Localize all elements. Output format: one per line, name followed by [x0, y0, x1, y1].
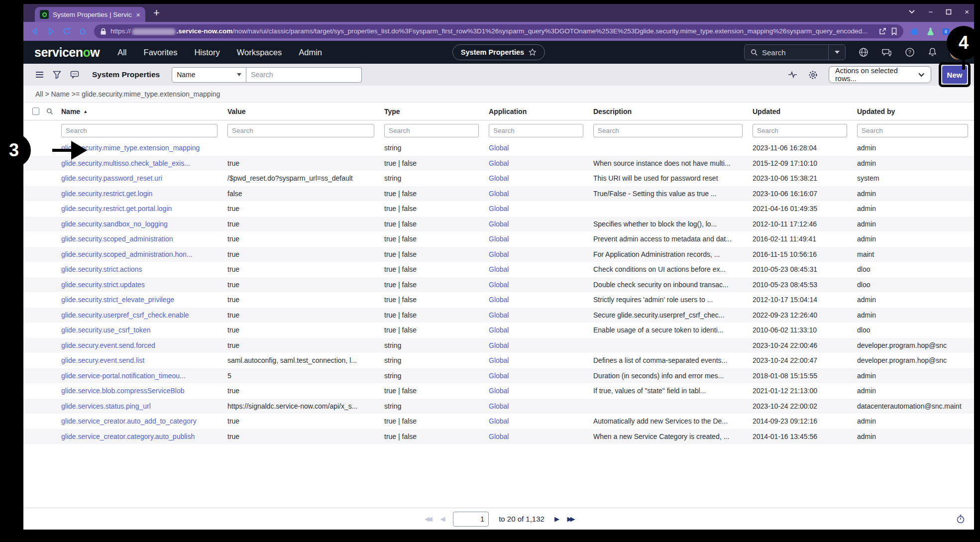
last-page-icon[interactable]: ▶▶	[567, 515, 573, 523]
next-page-icon[interactable]: ▶	[554, 515, 557, 523]
table-row[interactable]: glide.security.userpref_csrf_check.enabl…	[23, 308, 974, 323]
nav-item-favorites[interactable]: Favorites	[144, 48, 178, 57]
table-row[interactable]: glide.security.multisso.check_table_exis…	[23, 156, 974, 171]
application-link[interactable]: Global	[489, 159, 509, 167]
window-menu-chevron-icon[interactable]	[908, 9, 915, 14]
select-all-checkbox[interactable]	[32, 108, 39, 115]
property-name-link[interactable]: glide.security.userpref_csrf_check.enabl…	[61, 311, 189, 319]
filter-input-name[interactable]	[61, 124, 218, 137]
breadcrumb[interactable]: All > Name >= glide.security.mime_type.e…	[23, 86, 974, 103]
globe-icon[interactable]	[859, 47, 869, 57]
first-page-icon[interactable]: ◀◀	[425, 515, 431, 523]
chat-icon[interactable]	[881, 48, 892, 57]
list-menu-icon[interactable]	[35, 71, 44, 78]
list-search-input[interactable]	[246, 67, 362, 83]
table-row[interactable]: glide.services.status.ping_url https://s…	[23, 399, 974, 414]
column-search-icon[interactable]	[46, 108, 53, 115]
home-icon[interactable]	[78, 27, 87, 36]
column-header-updated[interactable]: Updated	[749, 108, 853, 115]
filter-input-updated-by[interactable]	[857, 124, 968, 137]
nav-item-history[interactable]: History	[194, 48, 219, 57]
application-link[interactable]: Global	[489, 402, 509, 410]
application-link[interactable]: Global	[489, 311, 509, 319]
table-row[interactable]: glide.service-portal.notification_timeou…	[23, 368, 974, 384]
property-name-link[interactable]: glide.security.scoped_administration.hon…	[61, 250, 193, 258]
column-header-name[interactable]: Name▲	[57, 108, 223, 115]
application-link[interactable]: Global	[489, 356, 509, 364]
table-row[interactable]: glide.security.strict_elevate_privilege …	[23, 292, 974, 308]
table-row[interactable]: glide.secury.event.send.list saml.autoco…	[23, 353, 974, 368]
bookmark-icon[interactable]	[891, 27, 897, 35]
table-row[interactable]: glide.service_creator.category.auto_publ…	[23, 429, 974, 444]
nav-item-admin[interactable]: Admin	[299, 48, 322, 57]
application-link[interactable]: Global	[489, 190, 509, 198]
window-minimize-icon[interactable]: −	[928, 8, 933, 15]
actions-dropdown[interactable]: Actions on selected rows...	[829, 66, 931, 83]
application-link[interactable]: Global	[489, 326, 509, 334]
window-maximize-icon[interactable]	[946, 9, 952, 15]
nav-item-workspaces[interactable]: Workspaces	[237, 48, 282, 57]
application-link[interactable]: Global	[489, 174, 509, 182]
table-row[interactable]: glide.security.use_csrf_token true true …	[23, 323, 974, 338]
bell-icon[interactable]	[928, 47, 937, 57]
previous-page-icon[interactable]: ◀	[440, 515, 443, 523]
property-name-link[interactable]: glide.security.strict.actions	[61, 265, 142, 273]
favorite-star-icon[interactable]	[529, 48, 537, 56]
window-close-icon[interactable]: ×	[965, 8, 969, 15]
new-tab-button[interactable]: +	[153, 7, 160, 18]
column-header-type[interactable]: Type	[380, 108, 485, 115]
forward-icon[interactable]	[46, 27, 55, 36]
property-name-link[interactable]: glide.secury.event.send.list	[61, 356, 144, 364]
table-row[interactable]: glide.security.strict.updates true true …	[23, 277, 974, 293]
application-link[interactable]: Global	[489, 341, 509, 349]
property-name-link[interactable]: glide.security.scoped_administration	[61, 235, 173, 243]
table-row[interactable]: glide.security.scoped_administration tru…	[23, 231, 974, 247]
property-name-link[interactable]: glide.services.status.ping_url	[61, 402, 151, 410]
table-row[interactable]: glide.security.sandbox_no_logging true t…	[23, 217, 974, 232]
column-header-updated-by[interactable]: Updated by	[853, 108, 974, 115]
property-name-link[interactable]: glide.service.blob.compressServiceBlob	[61, 387, 184, 395]
property-name-link[interactable]: glide.security.multisso.check_table_exis…	[61, 159, 190, 167]
filter-input-type[interactable]	[384, 124, 479, 137]
browser-tab[interactable]: System Properties | ServiceNow ×	[35, 7, 145, 22]
page-row-input[interactable]	[453, 512, 489, 527]
filter-input-description[interactable]	[593, 124, 743, 137]
search-scope-dropdown[interactable]	[828, 45, 845, 60]
nav-item-all[interactable]: All	[117, 48, 126, 57]
application-link[interactable]: Global	[489, 296, 509, 304]
application-link[interactable]: Global	[489, 372, 509, 380]
column-header-application[interactable]: Application	[485, 108, 589, 115]
filter-input-value[interactable]	[227, 124, 374, 137]
table-row[interactable]: glide.secury.event.send.forced true stri…	[23, 338, 974, 353]
application-link[interactable]: Global	[489, 433, 509, 440]
address-bar[interactable]: https://.service-now.com/now/nav/ui/clas…	[94, 24, 903, 38]
column-header-value[interactable]: Value	[223, 108, 380, 115]
response-time-icon[interactable]	[956, 514, 965, 524]
table-row[interactable]: glide.security.mime_type.extension_mappi…	[23, 140, 974, 156]
table-row[interactable]: glide.security.restrict.get.portal.login…	[23, 201, 974, 217]
property-name-link[interactable]: glide.security.password_reset.uri	[61, 174, 162, 182]
table-row[interactable]: glide.service_creator.auto_add_to_catego…	[23, 414, 974, 429]
property-name-link[interactable]: glide.service-portal.notification_timeou…	[61, 372, 186, 380]
tab-close-icon[interactable]: ×	[136, 11, 140, 18]
property-name-link[interactable]: glide.service_creator.auto_add_to_catego…	[61, 417, 197, 425]
feedback-icon[interactable]	[70, 71, 79, 79]
context-pill[interactable]: System Properties	[452, 44, 545, 60]
column-header-description[interactable]: Description	[589, 108, 749, 115]
property-name-link[interactable]: glide.security.strict.updates	[61, 281, 145, 289]
application-link[interactable]: Global	[489, 235, 509, 243]
search-field-selector[interactable]: Name	[172, 67, 246, 83]
application-link[interactable]: Global	[489, 417, 509, 425]
global-search[interactable]: Search	[744, 44, 846, 60]
puzzle-extension-icon[interactable]	[910, 27, 919, 36]
back-icon[interactable]	[30, 27, 39, 36]
filter-input-updated[interactable]	[753, 124, 847, 137]
share-icon[interactable]	[878, 27, 887, 35]
flask-extension-icon[interactable]	[926, 27, 935, 36]
table-row[interactable]: glide.security.restrict.get.login false …	[23, 186, 974, 202]
application-link[interactable]: Global	[489, 387, 509, 395]
property-name-link[interactable]: glide.security.restrict.get.login	[61, 190, 152, 198]
property-name-link[interactable]: glide.security.use_csrf_token	[61, 326, 151, 334]
help-icon[interactable]: ?	[905, 47, 915, 57]
table-row[interactable]: glide.service.blob.compressServiceBlob t…	[23, 383, 974, 399]
